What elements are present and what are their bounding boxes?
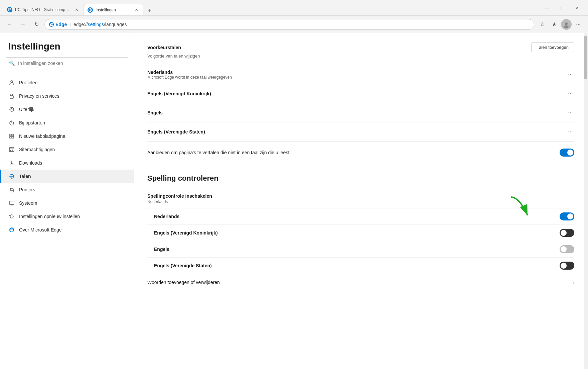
- spelling-title: Spelling controleren: [147, 174, 574, 183]
- add-languages-button[interactable]: Talen toevoegen: [531, 42, 574, 52]
- spell-toggle-knob-en-us: [561, 263, 567, 269]
- tab-inactive[interactable]: PC-Tips.INFO - Gratis computer ✕: [3, 4, 83, 15]
- sidebar-item-reset[interactable]: Instellingen opnieuw instellen: [0, 210, 134, 223]
- spell-lang-name-en: Engels: [154, 247, 169, 252]
- sidebar-item-systeem[interactable]: Systeem: [0, 196, 134, 210]
- nav-label-opstarten: Bij opstarten: [19, 120, 45, 125]
- address-input[interactable]: Edge | edge://settings/languages: [44, 19, 534, 30]
- tab-title-2: Instellingen: [96, 8, 131, 12]
- profile-avatar[interactable]: [561, 19, 572, 30]
- tab-close-2[interactable]: ✕: [134, 7, 139, 13]
- spell-check-row: Spellingcontrole inschakelen Nederlands: [147, 189, 574, 208]
- back-button[interactable]: ←: [4, 19, 15, 30]
- more-tools-button[interactable]: ···: [573, 19, 584, 30]
- sidebar-item-about[interactable]: Over Microsoft Edge: [0, 223, 134, 237]
- palette-icon: [8, 106, 15, 113]
- spell-toggle-en[interactable]: [560, 245, 574, 253]
- tab-favicon-2: [88, 7, 93, 13]
- nav-label-talen: Talen: [19, 174, 31, 179]
- svg-point-8: [10, 109, 11, 109]
- spell-check-info: Spellingcontrole inschakelen Nederlands: [147, 193, 212, 204]
- collections-button[interactable]: ★: [549, 19, 560, 30]
- favorites-button[interactable]: ☆: [537, 19, 548, 30]
- translate-text: Aanbieden om pagina's te vertalen die ni…: [147, 150, 381, 155]
- spell-toggle-en-gb[interactable]: [560, 229, 574, 237]
- power-icon: [8, 119, 15, 126]
- sidebar-item-uiterlijk[interactable]: Uiterlijk: [0, 103, 134, 116]
- tab-active[interactable]: Instellingen ✕: [83, 4, 143, 15]
- scrollbar-track[interactable]: [584, 33, 588, 369]
- edge-nav-icon: [8, 226, 15, 233]
- scrollbar-thumb[interactable]: [584, 36, 587, 79]
- new-tab-button[interactable]: +: [145, 5, 155, 15]
- lock-icon: [8, 93, 15, 99]
- download-icon: [8, 160, 15, 166]
- svg-rect-17: [10, 150, 11, 151]
- svg-point-7: [10, 107, 14, 111]
- sidebar-item-talen[interactable]: Talen: [0, 170, 134, 183]
- lang-name-en: Engels: [147, 110, 163, 115]
- forward-button[interactable]: →: [18, 19, 28, 30]
- more-options-nl[interactable]: ···: [564, 69, 574, 80]
- title-bar: PC-Tips.INFO - Gratis computer ✕ Instell…: [0, 0, 588, 16]
- sidebar-item-tabbladpagina[interactable]: Nieuwe tabbladpagina: [0, 129, 134, 143]
- sidebar-item-sitemachtigingen[interactable]: Sitemachtigingen: [0, 143, 134, 156]
- close-button[interactable]: ✕: [570, 3, 585, 13]
- search-icon: 🔍: [9, 61, 15, 66]
- svg-rect-23: [10, 190, 13, 192]
- spell-toggle-knob-nl: [567, 213, 573, 219]
- lang-info-en: Engels: [147, 110, 163, 115]
- language-row-en: Engels ···: [147, 103, 574, 122]
- words-row[interactable]: Woorden toevoegen of verwijderen ›: [147, 274, 574, 291]
- search-input[interactable]: [6, 57, 128, 69]
- lang-info-en-us: Engels (Verenigde Staten): [147, 129, 205, 134]
- language-row-en-gb: Engels (Verenigd Koninkrijk) ···: [147, 84, 574, 103]
- sidebar-item-privacy[interactable]: Privacy en services: [0, 89, 134, 103]
- nav-label-profielen: Profielen: [19, 80, 37, 85]
- nav-label-privacy: Privacy en services: [19, 93, 59, 99]
- settings-panel: Voorkeurstalen Talen toevoegen Volgorde …: [134, 33, 588, 369]
- translate-toggle[interactable]: [560, 149, 574, 157]
- spell-lang-row-en-gb: Engels (Verenigd Koninkrijk): [147, 225, 574, 241]
- preferred-languages-title: Voorkeurstalen: [147, 45, 181, 50]
- more-options-en-us[interactable]: ···: [564, 126, 574, 137]
- preferred-languages-header: Voorkeurstalen Talen toevoegen: [147, 42, 574, 52]
- spell-toggle-en-us[interactable]: [560, 262, 574, 270]
- svg-rect-15: [9, 148, 14, 152]
- refresh-icon: [8, 213, 15, 220]
- sitemachtigingen-icon: [8, 146, 15, 153]
- search-box: 🔍: [6, 57, 128, 69]
- edge-logo: Edge: [49, 22, 67, 27]
- sidebar-title: Instellingen: [0, 41, 134, 57]
- svg-rect-25: [9, 201, 14, 204]
- nav-label-tabbladpagina: Nieuwe tabbladpagina: [19, 133, 65, 139]
- maximize-button[interactable]: □: [554, 3, 570, 13]
- svg-rect-12: [12, 134, 14, 136]
- more-options-en[interactable]: ···: [564, 107, 574, 118]
- sidebar-item-profielen[interactable]: Profielen: [0, 76, 134, 89]
- sidebar-item-downloads[interactable]: Downloads: [0, 156, 134, 170]
- spelling-section: Spelling controleren Spellingcontrole in…: [147, 174, 574, 291]
- spell-lang-name-nl: Nederlands: [154, 214, 179, 219]
- sidebar: Instellingen 🔍 Profielen Privacy en serv…: [0, 33, 134, 369]
- lang-desc-nl: Microsoft Edge wordt in deze taal weerge…: [147, 75, 232, 80]
- words-text: Woorden toevoegen of verwijderen: [147, 280, 220, 285]
- spell-toggle-nl[interactable]: [560, 212, 574, 220]
- nav-label-printers: Printers: [19, 187, 35, 192]
- spell-check-sublabel: Nederlands: [147, 199, 212, 204]
- tab-close-1[interactable]: ✕: [74, 7, 79, 12]
- address-url: edge://settings/languages: [74, 22, 127, 27]
- toolbar-icons: ☆ ★ ···: [537, 19, 584, 30]
- svg-point-9: [11, 108, 12, 109]
- more-options-en-gb[interactable]: ···: [564, 88, 574, 99]
- reload-button[interactable]: ↻: [31, 19, 42, 30]
- minimize-button[interactable]: —: [539, 3, 554, 13]
- lang-name-en-us: Engels (Verenigde Staten): [147, 129, 205, 134]
- printer-icon: [8, 186, 15, 193]
- spell-lang-row-en-us: Engels (Verenigde Staten): [147, 258, 574, 274]
- spell-toggle-knob-en: [561, 246, 567, 252]
- chevron-right-icon: ›: [573, 279, 574, 285]
- sidebar-item-opstarten[interactable]: Bij opstarten: [0, 116, 134, 129]
- spell-toggle-knob-en-gb: [561, 230, 567, 236]
- sidebar-item-printers[interactable]: Printers: [0, 183, 134, 196]
